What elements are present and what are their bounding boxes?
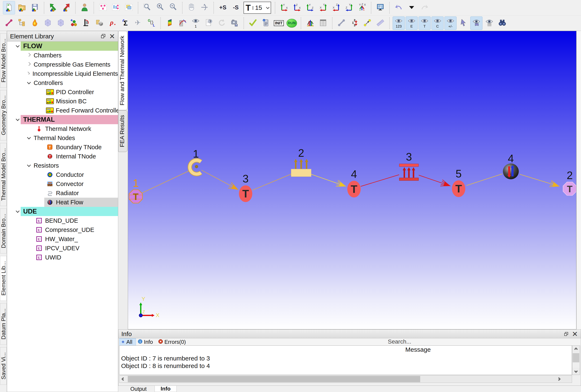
scroll-up-icon[interactable] <box>572 346 580 353</box>
snapshot[interactable] <box>228 16 240 30</box>
message-horizontal-scrollbar[interactable] <box>119 375 572 383</box>
summation-element[interactable]: Σ <box>120 16 132 30</box>
sidebar-tab-element-lib[interactable]: Element Lib... <box>0 256 7 301</box>
sidebar-tab-domain-bro[interactable]: Domain Bro... <box>0 209 7 253</box>
chevron-collapsed-icon[interactable] <box>27 53 31 56</box>
show-chambers[interactable]: C <box>432 16 444 30</box>
view-isometric[interactable]: YZX <box>356 1 368 14</box>
view-side[interactable]: ZY <box>304 1 316 14</box>
tree-item-controllers[interactable]: Controllers <box>7 78 118 87</box>
scroll-down-icon[interactable] <box>572 368 580 375</box>
chevron-expanded-icon[interactable] <box>16 117 20 121</box>
filter-info[interactable]: iInfo <box>136 338 156 346</box>
tree-item-compressor-ude[interactable]: UCompressor_UDE <box>7 225 118 234</box>
tree-item-heat-flow[interactable]: Heat Flow <box>7 198 118 207</box>
measure-distance[interactable] <box>361 16 374 30</box>
open-model[interactable] <box>16 1 28 14</box>
close-panel-icon[interactable]: ✕ <box>109 34 115 39</box>
show-signs[interactable]: +/- <box>444 16 456 30</box>
results-colormap[interactable] <box>164 16 176 30</box>
close-info-panel-icon[interactable]: ✕ <box>572 331 578 337</box>
view-overlay[interactable] <box>123 1 135 14</box>
sidebar-tab-datum-pla[interactable]: Datum Pla... <box>0 303 7 345</box>
show-flags[interactable] <box>470 16 482 30</box>
chevron-expanded-icon[interactable] <box>16 44 20 47</box>
actuator-element[interactable] <box>80 16 93 30</box>
view-bottom[interactable]: XZ <box>330 1 342 14</box>
canvas-tab-fea-results[interactable]: FEA Results <box>118 110 128 152</box>
view-network[interactable] <box>110 1 122 14</box>
sidebar-tab-geometry-bro[interactable]: Geometry Bro... <box>0 90 7 140</box>
validate-model[interactable] <box>247 16 259 30</box>
create-link-element[interactable] <box>3 16 15 30</box>
show-grid-symbols[interactable] <box>483 16 495 30</box>
tree-item-incompressible-liquid-elements[interactable]: Incompressible Liquid Elements <box>7 69 118 78</box>
tree-item-bend-ude[interactable]: UBEND_UDE <box>7 216 118 225</box>
tree-item-uwid[interactable]: UUWID <box>7 253 118 262</box>
chamber-element[interactable] <box>42 16 54 30</box>
export-model[interactable] <box>60 1 72 14</box>
internal-tnode-5[interactable]: T <box>452 180 465 197</box>
tree-item-hw-water[interactable]: UHW_Water_ <box>7 234 118 244</box>
float-panel-icon[interactable] <box>101 33 106 40</box>
save-model[interactable] <box>29 1 41 14</box>
refresh-results[interactable] <box>216 16 228 30</box>
model-canvas[interactable]: T11T32T43T54T2 Y X Z <box>128 31 576 329</box>
report-document[interactable]: ? <box>202 16 215 30</box>
aircraft-mission[interactable]: ✈ <box>132 16 144 30</box>
view-back[interactable]: XY <box>317 1 329 14</box>
sidebar-tab-thermal-model-bro[interactable]: Thermal Model Bro... <box>0 143 7 206</box>
decrease-symbol-size[interactable]: -S <box>230 1 242 14</box>
message-vertical-scrollbar[interactable] <box>572 346 580 375</box>
increase-symbol-size[interactable]: +S <box>217 1 229 14</box>
tree-group-thermal[interactable]: THERMAL <box>7 115 118 124</box>
horizontal-scroll-thumb[interactable] <box>128 376 420 382</box>
sidebar-tab-saved-vi[interactable]: Saved Vi... <box>0 347 7 385</box>
radiator-3[interactable] <box>399 164 418 181</box>
view-schematic[interactable] <box>97 1 109 14</box>
ruler-tool[interactable] <box>374 16 386 30</box>
import-model[interactable] <box>47 1 59 14</box>
tree-item-thermal-network[interactable]: Thermal Network <box>7 124 118 133</box>
add-elements[interactable] <box>68 16 80 30</box>
sidebar-tab-flow-model-bro[interactable]: Flow Model Bro... <box>0 33 7 88</box>
tree-item-conductor[interactable]: Conductor <box>7 170 118 179</box>
tree-item-radiator[interactable]: Radiator <box>7 188 118 198</box>
zoom-out[interactable] <box>167 1 179 14</box>
show-selected-only[interactable]: 1 <box>190 16 202 30</box>
results-histogram[interactable] <box>304 16 316 30</box>
tree-item-ipcv-udev[interactable]: UIPCV_UDEV <box>7 244 118 253</box>
show-elements[interactable]: E <box>406 16 418 30</box>
model-hierarchy[interactable] <box>16 16 28 30</box>
show-ids[interactable]: 123 <box>392 16 405 30</box>
tree-group-ude[interactable]: UDE <box>7 207 118 216</box>
chevron-collapsed-icon[interactable] <box>27 72 30 75</box>
bend-element[interactable]: ρ <box>106 16 118 30</box>
volume-element[interactable] <box>94 16 106 30</box>
undo-history-menu[interactable] <box>406 1 418 14</box>
chevron-expanded-icon[interactable] <box>27 163 31 167</box>
boundary-tnode-2[interactable]: T <box>563 182 576 195</box>
find-objects[interactable] <box>496 16 508 30</box>
boundary-tnode-1[interactable]: T <box>129 190 142 203</box>
new-model[interactable] <box>3 1 15 14</box>
bottom-tab-output[interactable]: Output <box>124 386 152 392</box>
conductor-1[interactable] <box>190 160 201 174</box>
user-mode[interactable] <box>78 1 91 14</box>
rotate[interactable] <box>198 1 210 14</box>
bottom-tab-info[interactable]: Info <box>154 386 177 392</box>
tree-item-convector[interactable]: Convector <box>7 179 118 188</box>
internal-tnode-4[interactable]: T <box>347 181 361 197</box>
tree-item-chambers[interactable]: Chambers <box>7 51 118 60</box>
combustor-element[interactable] <box>29 16 41 30</box>
select-cursor[interactable] <box>457 16 470 30</box>
gcode-editor[interactable]: G⟨⟩L <box>145 16 158 30</box>
pan[interactable] <box>186 1 198 14</box>
filter-errors0[interactable]: Errors(0) <box>156 338 190 346</box>
xy-plot[interactable] <box>177 16 189 30</box>
renumber-objects[interactable]: 213 <box>348 16 360 30</box>
float-info-panel-icon[interactable] <box>564 331 568 338</box>
redo[interactable] <box>418 1 431 14</box>
heat-flow-4[interactable] <box>503 163 519 179</box>
chevron-expanded-icon[interactable] <box>27 80 31 84</box>
